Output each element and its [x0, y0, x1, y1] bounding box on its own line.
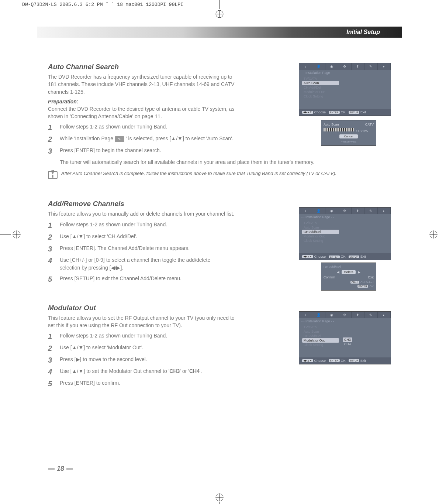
sec3-step5-num: 5 — [48, 379, 55, 388]
osd-item-tvcatv: TV/CATV — [302, 221, 339, 225]
crop-mark-top — [214, 0, 225, 11]
osd-item-clock: Clock Setting — [302, 94, 339, 99]
sec1-step3-text: Press [ENTER] to begin the channel searc… — [60, 147, 391, 154]
osd-autoscan-menu: ♪ 👤 ◉ ⚙ ⬆ ✎ ▸ - - Installation Page - - … — [299, 63, 391, 116]
osd-tab-icon: ⚙ — [338, 63, 351, 70]
footer-choose: Choose — [314, 110, 326, 114]
header-band: Initial Setup — [37, 27, 402, 38]
osd-item-tvcatv: TV/CATV — [302, 76, 339, 81]
sec3-s4-e: '. — [200, 368, 202, 374]
osd-item-modout: Modulator Out — [302, 338, 339, 343]
sec3-s4-d: CH4 — [189, 368, 200, 374]
osd-tab-icon: ♪ — [299, 312, 312, 318]
sec1-step3-sub: The tuner will automatically search for … — [60, 158, 355, 166]
sec2-step2-num: 2 — [48, 233, 55, 241]
enter-key-icon: ENTER — [329, 111, 340, 114]
mod-option-ch3: CH3 — [343, 337, 352, 342]
enter-key-icon: ENTER — [329, 256, 340, 258]
crop-mark-bottom — [214, 493, 225, 504]
right-arrow-icon: ▶ — [358, 270, 360, 274]
enter-key-icon: ENTER — [329, 359, 340, 362]
osd-item-clock: Clock Setting — [302, 343, 339, 347]
sec2-step4-text: Use [CH+/-] or [0-9] to select a channel… — [60, 256, 222, 272]
osd-item-autoscan: Auto Scan — [302, 81, 339, 85]
osd-tab-icon: ✎ — [364, 208, 377, 214]
legend-ok: OK — [369, 285, 374, 288]
sec3-step1-num: 1 — [48, 332, 55, 341]
sec2-step3-num: 3 — [48, 244, 55, 253]
sec1-prep-text: Connect the DVD Recorder to the desired … — [48, 105, 240, 120]
sec3-title: Modulator Out — [48, 304, 391, 312]
svg-rect-19 — [52, 175, 53, 178]
footer-choose: Choose — [314, 255, 326, 258]
osd-item-autoscan: Auto Scan — [302, 329, 339, 334]
osd-tab-icon: 👤 — [312, 208, 325, 214]
footer-exit: Exit — [360, 110, 366, 114]
osd-item-tvcatv: TV/CATV — [302, 325, 339, 329]
sec2-step1-num: 1 — [48, 221, 55, 230]
sec3-s4-a: Use [▲/▼] to set the Modulator Out chann… — [60, 368, 169, 374]
sec1-step2-a: While 'Installation Page — [60, 136, 115, 141]
osd-tab-icon: ⚙ — [338, 208, 351, 214]
sec3-step5-text: Press [ENTER] to confirm. — [60, 379, 391, 387]
sec3-step4-num: 4 — [48, 367, 55, 376]
osd-add-popup: CH Add/Del ◀ Delete ▶ Confirm Exit CH+/-… — [321, 263, 376, 291]
sec3-step4-text: Use [▲/▼] to set the Modulator Out chann… — [60, 367, 391, 375]
osd-tab-icon: ◉ — [325, 312, 338, 318]
sec3-intro: This feature allows you to set the RF Ou… — [48, 314, 240, 329]
osd-tab-icon: ⬆ — [352, 63, 364, 70]
add-confirm: Confirm — [324, 275, 335, 279]
setup-key-icon: SETUP — [349, 359, 359, 362]
osd-tab-icon: ▸ — [378, 208, 391, 214]
section-modulator-out: Modulator Out This feature allows you to… — [48, 304, 391, 388]
osd-tab-icon: 👤 — [312, 63, 325, 70]
osd-scan-popup: Auto Scan CATV 113/125 Cancel Please wai… — [321, 120, 376, 146]
footer-choose: Choose — [314, 359, 326, 363]
sec1-step1-num: 1 — [48, 123, 55, 132]
add-delete-button: Delete — [342, 270, 356, 274]
osd-item-chadddel: CH Add/Del — [302, 230, 339, 234]
sec2-title: Add/Remove Channels — [48, 200, 391, 208]
osd-tab-icon: ⬆ — [352, 208, 364, 214]
page-number: 18 — [48, 465, 73, 473]
osd-page-label: - - Installation Page - - — [299, 318, 391, 324]
osd-tab-icon: 👤 — [312, 312, 325, 318]
sec1-note-text: After Auto Channel Search is complete, f… — [61, 170, 336, 177]
footer-exit: Exit — [360, 255, 366, 258]
scan-progress-value: 113/125 — [356, 129, 368, 133]
osd-item-chadddel: CH Add/Del — [302, 334, 339, 338]
osd-page-label: - - Installation Page - - — [299, 70, 391, 76]
svg-point-1 — [216, 10, 223, 18]
footer-ok: OK — [341, 110, 346, 114]
ch-key-icon: CH+/- — [350, 281, 359, 284]
add-exit: Exit — [368, 275, 374, 279]
sec1-step3-num: 3 — [48, 147, 55, 155]
add-title: CH Add/Del — [324, 265, 374, 269]
crop-mark-left — [0, 229, 11, 240]
osd-page-label: - - Installation Page - - — [299, 214, 391, 220]
page-content: Auto Channel Search The DVD Recorder has… — [48, 63, 391, 408]
sec3-step2-num: 2 — [48, 344, 55, 353]
legend-chselect: CH Select — [360, 281, 374, 284]
setup-key-icon: SETUP — [349, 111, 359, 114]
sec1-step2-b: ' is selected, press [▲/▼] to select 'Au… — [124, 136, 234, 141]
sec3-s4-b: CH3 — [169, 368, 180, 374]
sec3-s4-c: ' or ' — [180, 368, 189, 374]
osd-modulator-menu: ♪ 👤 ◉ ⚙ ⬆ ✎ ▸ - - Installation Page - - … — [299, 311, 391, 364]
crop-mark-right — [428, 229, 439, 240]
scan-progress-bar — [324, 128, 354, 131]
osd-tab-icon: ♪ — [299, 208, 312, 214]
mod-option-ch4: CH4 — [343, 342, 352, 346]
nav-key-icon: ◀▶▲▼ — [302, 255, 313, 258]
osd-item-clock: Clock Setting — [302, 239, 339, 243]
scan-title: Auto Scan — [324, 123, 339, 126]
print-meta-line: DW-Q73D2N-LS 2005.6.3 6:2 PM ˘ ` 18 mac0… — [22, 2, 183, 7]
osd-item-autoscan: Auto Scan — [302, 225, 339, 230]
osd-item-modout: Modulator Out — [302, 90, 339, 94]
enter-key-icon: ENTER — [357, 285, 369, 288]
svg-point-9 — [13, 231, 20, 238]
sec2-step5-num: 5 — [48, 275, 55, 284]
svg-point-4 — [216, 494, 223, 501]
osd-tab-icon: ⚙ — [338, 312, 351, 318]
page-num-bar — [66, 468, 73, 470]
